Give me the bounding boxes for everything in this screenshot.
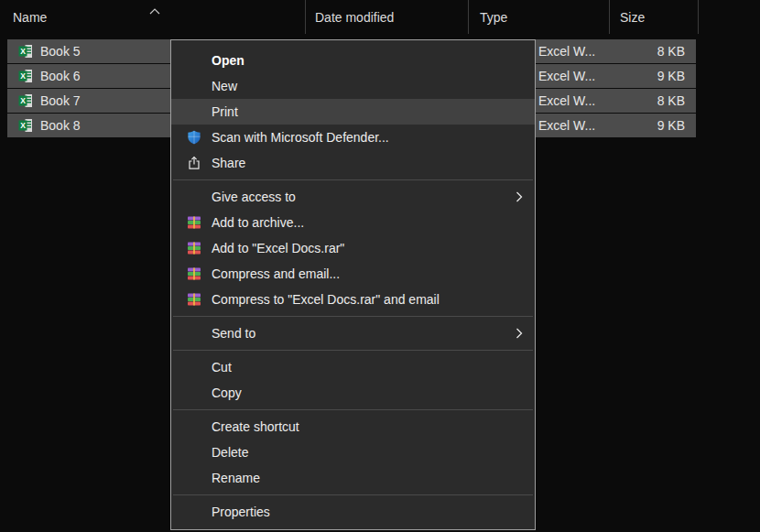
column-header-size[interactable]: Size <box>610 0 699 34</box>
svg-text:X: X <box>20 47 26 56</box>
menu-item-label: Add to "Excel Docs.rar" <box>212 241 344 255</box>
menu-item-add-to-archive[interactable]: Add to archive... <box>171 210 535 235</box>
menu-item-label: Compress and email... <box>212 266 340 281</box>
column-header-type-label: Type <box>480 10 507 25</box>
column-header-name-label: Name <box>13 10 47 25</box>
winrar-icon <box>186 291 202 308</box>
context-menu: Open New Print Scan with Microsoft Defen… <box>170 39 536 530</box>
winrar-icon <box>186 266 202 282</box>
menu-item-label: Add to archive... <box>212 215 304 230</box>
excel-file-icon: X <box>18 118 33 133</box>
menu-separator <box>173 316 533 317</box>
menu-item-label: New <box>212 79 237 93</box>
column-header-date-modified[interactable]: Date modified <box>306 0 469 34</box>
file-size: 9 KB <box>609 114 696 137</box>
menu-item-label: Delete <box>212 445 248 460</box>
menu-item-properties[interactable]: Properties <box>171 499 535 525</box>
file-name: Book 8 <box>40 118 81 133</box>
column-header-date-label: Date modified <box>315 10 394 25</box>
menu-item-label: Share <box>212 156 245 170</box>
submenu-arrow-icon <box>516 191 523 202</box>
menu-item-compress-to-excel-docs-rar-and-email[interactable]: Compress to "Excel Docs.rar" and email <box>171 287 535 312</box>
excel-file-icon: X <box>18 93 33 108</box>
defender-shield-icon <box>186 129 202 146</box>
menu-item-delete[interactable]: Delete <box>171 440 535 465</box>
file-name: Book 6 <box>40 69 81 83</box>
column-header-size-label: Size <box>620 10 645 25</box>
menu-item-label: Send to <box>212 326 255 341</box>
menu-separator <box>173 350 533 351</box>
menu-item-send-to[interactable]: Send to <box>171 320 535 346</box>
menu-item-cut[interactable]: Cut <box>171 354 535 380</box>
file-explorer-window: Name Date modified Type Size X Book 5 Ex… <box>0 0 760 532</box>
file-size: 8 KB <box>609 89 696 113</box>
menu-item-give-access-to[interactable]: Give access to <box>171 184 535 210</box>
menu-item-label: Rename <box>212 471 260 485</box>
excel-file-icon: X <box>18 69 33 83</box>
file-size: 8 KB <box>609 39 696 63</box>
menu-item-label: Properties <box>212 505 270 519</box>
menu-item-new[interactable]: New <box>171 73 535 99</box>
menu-separator <box>173 409 533 410</box>
menu-item-label: Create shortcut <box>212 419 299 434</box>
menu-item-print[interactable]: Print <box>171 99 535 125</box>
menu-item-add-to-excel-docs-rar[interactable]: Add to "Excel Docs.rar" <box>171 235 535 261</box>
menu-item-compress-and-email[interactable]: Compress and email... <box>171 261 535 287</box>
column-header-row: Name Date modified Type Size <box>0 0 760 34</box>
column-header-type[interactable]: Type <box>469 0 610 34</box>
winrar-icon <box>186 240 202 256</box>
sort-ascending-icon[interactable] <box>149 3 160 9</box>
menu-item-copy[interactable]: Copy <box>171 380 535 406</box>
menu-separator <box>173 494 533 495</box>
svg-text:X: X <box>20 96 26 105</box>
menu-item-label: Compress to "Excel Docs.rar" and email <box>212 292 440 307</box>
menu-item-create-shortcut[interactable]: Create shortcut <box>171 414 535 440</box>
svg-text:X: X <box>20 121 26 130</box>
svg-text:X: X <box>20 71 26 81</box>
menu-item-label: Print <box>212 104 238 119</box>
menu-item-rename[interactable]: Rename <box>171 465 535 491</box>
menu-item-label: Copy <box>212 385 242 400</box>
menu-separator <box>173 179 533 180</box>
menu-item-label: Scan with Microsoft Defender... <box>212 130 389 145</box>
file-name: Book 5 <box>40 44 81 59</box>
share-icon <box>186 155 202 171</box>
menu-item-label: Open <box>212 53 244 68</box>
menu-item-open[interactable]: Open <box>171 48 535 73</box>
excel-file-icon: X <box>18 44 33 59</box>
menu-item-share[interactable]: Share <box>171 150 535 176</box>
menu-item-scan-with-defender[interactable]: Scan with Microsoft Defender... <box>171 125 535 150</box>
file-name: Book 7 <box>40 93 81 108</box>
menu-item-label: Cut <box>212 360 232 375</box>
winrar-icon <box>186 214 202 231</box>
submenu-arrow-icon <box>516 328 523 339</box>
file-size: 9 KB <box>609 64 696 88</box>
menu-item-label: Give access to <box>212 190 296 204</box>
